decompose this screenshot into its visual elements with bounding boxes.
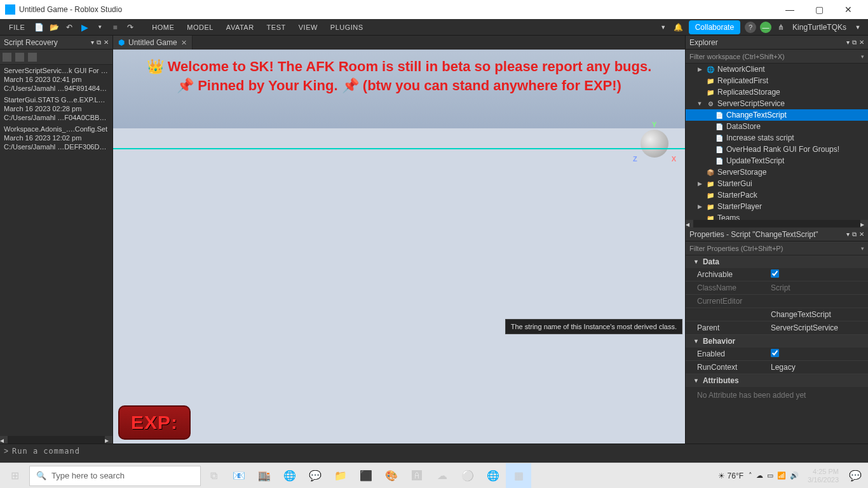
expand-arrow-icon[interactable]: ▶ (696, 66, 703, 72)
volume-icon[interactable]: 🔊 (790, 471, 799, 480)
taskbar-app-icon[interactable]: 🌐 (277, 463, 302, 489)
status-chip-icon[interactable]: — (760, 22, 771, 33)
menu-home[interactable]: HOME (146, 24, 180, 31)
prop-archivable[interactable]: Archivable (686, 268, 868, 281)
taskbar-app-icon[interactable]: 💬 (302, 463, 328, 489)
command-input[interactable]: Run a command (12, 447, 80, 456)
section-behavior[interactable]: ▼Behavior (686, 335, 868, 348)
taskbar-app-icon[interactable]: ⚪ (455, 463, 480, 489)
new-file-icon[interactable]: 📄 (32, 21, 45, 34)
list-item[interactable]: StarterGui.STATS G…e.EXP.LocalS March 16… (0, 94, 112, 123)
archivable-checkbox[interactable] (771, 269, 779, 278)
expand-arrow-icon[interactable]: ▼ (696, 100, 703, 107)
undo-icon[interactable]: ↶ (63, 21, 76, 34)
tree-item[interactable]: 📁Teams (686, 212, 868, 220)
menu-plugins[interactable]: PLUGINS (324, 24, 370, 31)
tree-item[interactable]: 📄Increase stats script (686, 132, 868, 144)
tree-item[interactable]: 📄ChangeTextScript (686, 109, 868, 121)
tree-item[interactable]: ▼⚙ServerScriptService (686, 98, 868, 109)
close-icon[interactable]: ✕ (104, 39, 109, 46)
task-view-icon[interactable]: ⧉ (201, 463, 226, 489)
popout-icon[interactable]: ⧉ (97, 39, 101, 46)
system-tray[interactable]: ˄ ☁ ▭ 📶 🔊 (743, 471, 804, 480)
start-button[interactable]: ⊞ (0, 463, 29, 489)
popout-icon[interactable]: ⧉ (852, 231, 857, 238)
tree-item[interactable]: ▶📁StarterGui (686, 178, 868, 189)
menu-test[interactable]: TEST (261, 24, 292, 31)
section-data[interactable]: ▼Data (686, 255, 868, 268)
menu-file[interactable]: FILE (3, 24, 31, 31)
tree-item[interactable]: 📁ReplicatedStorage (686, 86, 868, 98)
play-icon[interactable]: ▶ (78, 21, 91, 34)
close-icon[interactable]: ✕ (859, 231, 864, 238)
chevron-down-icon[interactable]: ▾ (861, 53, 864, 60)
username-label[interactable]: KingTurtleTQKs (792, 23, 846, 32)
scrollbar-horizontal[interactable]: ◂▸ (686, 220, 868, 227)
properties-filter[interactable]: Filter Properties (Ctrl+Shift+P) ▾ (686, 241, 868, 255)
play-dropdown-icon[interactable]: ▼ (93, 21, 106, 34)
taskbar-search[interactable]: 🔍 Type here to search (29, 466, 201, 486)
close-icon[interactable]: ✕ (181, 39, 187, 47)
taskbar-app-icon[interactable]: ☁ (430, 463, 455, 489)
chevron-down-icon[interactable]: ▾ (91, 39, 94, 46)
menu-model[interactable]: MODEL (180, 24, 220, 31)
wifi-icon[interactable]: 📶 (777, 471, 786, 480)
tool-icon[interactable] (3, 53, 11, 62)
battery-icon[interactable]: ▭ (767, 471, 773, 480)
viewport-3d[interactable]: 👑 Welcome to SK! The AFK Room is still i… (113, 50, 685, 444)
taskbar-clock[interactable]: 4:25 PM 3/16/2023 (804, 468, 843, 484)
open-file-icon[interactable]: 📂 (48, 21, 60, 34)
list-item[interactable]: Workspace.Adonis_….Config.Set March 16 2… (0, 123, 112, 152)
minimize-button[interactable]: — (775, 0, 804, 19)
help-icon[interactable]: ? (745, 22, 756, 33)
close-button[interactable]: ✕ (834, 0, 863, 19)
prop-name[interactable]: ChangeTextScript (686, 308, 868, 322)
share-icon[interactable]: ⋔ (775, 21, 787, 34)
taskbar-app-icon[interactable]: ⬛ (353, 463, 379, 489)
chevron-down-icon[interactable]: ▾ (861, 245, 864, 252)
explorer-filter[interactable]: Filter workspace (Ctrl+Shift+X) ▾ (686, 50, 868, 64)
tree-item[interactable]: ▶🌐NetworkClient (686, 64, 868, 75)
chevron-down-icon[interactable]: ▼ (657, 21, 670, 34)
list-item[interactable]: ServerScriptServic…k GUI For Gro March 1… (0, 65, 112, 94)
tab-untitled-game[interactable]: ⬢ Untitled Game ✕ (113, 36, 193, 50)
taskbar-app-icon[interactable]: 🏬 (252, 463, 277, 489)
enabled-checkbox[interactable] (771, 349, 779, 357)
tool-icon[interactable] (15, 53, 24, 62)
chevron-down-icon[interactable]: ▾ (846, 39, 850, 46)
expand-arrow-icon[interactable]: ▶ (696, 180, 703, 187)
taskbar-app-icon[interactable]: 🎨 (379, 463, 404, 489)
expand-arrow-icon[interactable]: ▶ (696, 203, 703, 210)
notifications-icon[interactable]: 🔔 (672, 21, 685, 34)
collaborate-button[interactable]: Collaborate (689, 20, 740, 34)
scrollbar-horizontal[interactable]: ◂▸ (0, 436, 112, 444)
taskbar-app-icon[interactable]: ▦ (506, 463, 531, 489)
tree-item[interactable]: 📦ServerStorage (686, 166, 868, 178)
menu-avatar[interactable]: AVATAR (220, 24, 261, 31)
prop-parent[interactable]: Parent ServerScriptService (686, 322, 868, 335)
notifications-icon[interactable]: 💬 (843, 463, 868, 489)
onedrive-icon[interactable]: ☁ (756, 471, 763, 480)
taskbar-app-icon[interactable]: 📧 (226, 463, 252, 489)
user-dropdown-icon[interactable]: ▼ (851, 21, 864, 34)
tool-icon[interactable] (28, 53, 37, 62)
tree-item[interactable]: 📁StarterPack (686, 189, 868, 201)
stop-icon[interactable]: ■ (109, 21, 121, 34)
redo-dropdown-icon[interactable]: ↷ (124, 21, 137, 34)
taskbar-app-icon[interactable]: 📁 (328, 463, 353, 489)
close-icon[interactable]: ✕ (859, 39, 864, 46)
command-bar[interactable]: > Run a command (0, 444, 868, 458)
tree-item[interactable]: 📁ReplicatedFirst (686, 75, 868, 86)
view-gizmo[interactable]: Y X Z (635, 122, 674, 166)
menu-view[interactable]: VIEW (292, 24, 324, 31)
maximize-button[interactable]: ▢ (804, 0, 834, 19)
taskbar-app-icon[interactable]: 🅰 (404, 463, 430, 489)
popout-icon[interactable]: ⧉ (852, 39, 857, 46)
tree-item[interactable]: 📄DataStore (686, 121, 868, 132)
taskbar-app-icon[interactable]: 🌐 (480, 463, 506, 489)
prop-enabled[interactable]: Enabled (686, 348, 868, 361)
chevron-up-icon[interactable]: ˄ (749, 471, 752, 480)
tree-item[interactable]: ▶📁StarterPlayer (686, 201, 868, 212)
chevron-down-icon[interactable]: ▾ (846, 231, 850, 238)
tree-item[interactable]: 📄OverHead Rank GUI For Groups! (686, 144, 868, 155)
